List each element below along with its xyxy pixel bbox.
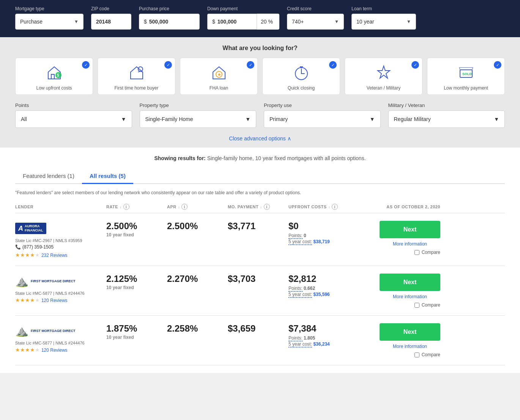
lender-row: A AURORAFINANCIAL State Lic #MC-2967 | N… (15, 213, 505, 266)
th-mo-payment-label: MO. PAYMENT (228, 204, 258, 209)
th-date-label: AS OF OCTOBER 2, 2020 (386, 204, 440, 209)
more-info-link-1[interactable]: More information (380, 294, 440, 299)
military-veteran-label: Military / Veteran (388, 102, 505, 108)
down-payment-label: Down payment (207, 6, 279, 11)
fha-label: FHA loan (186, 85, 251, 91)
property-use-label: Property use (264, 102, 381, 108)
property-use-value: Primary (269, 116, 288, 122)
th-lender-label: LENDER (15, 204, 33, 209)
close-advanced-options[interactable]: Close advanced options ∧ (15, 134, 505, 142)
purchase-price-label: Purchase price (139, 6, 200, 11)
action-cell-2: Next More information Compare (372, 323, 440, 357)
mo-info-icon[interactable]: i (264, 204, 270, 210)
option-card-fha[interactable]: ✓ ★ FHA loan (180, 58, 258, 95)
next-button-2[interactable]: Next (380, 323, 440, 341)
mortgage-type-chevron-icon: ▼ (74, 19, 79, 24)
mortgage-type-dropdown[interactable]: Purchase ▼ (15, 14, 84, 30)
option-card-quick-closing[interactable]: ✓ Quick closing (262, 58, 340, 95)
upfront-cell-0: $0 Points: 0 5 year cost: $38,719 (288, 221, 372, 244)
loan-term-value: 10 year (356, 19, 374, 25)
property-type-label: Property type (140, 102, 257, 108)
rate-value-1: 2.125% (106, 274, 167, 284)
option-card-first-time[interactable]: ✓ First time home buyer (98, 58, 175, 95)
property-use-field: Property use Primary ▼ (264, 102, 381, 128)
upfront-cell-1: $2,812 Points: 0.662 5 year cost: $35,59… (288, 274, 372, 297)
option-card-low-monthly[interactable]: ✓ SOLD Low monthly payment (427, 58, 505, 95)
military-veteran-dropdown[interactable]: Regular Military ▼ (388, 110, 505, 128)
lender-stars-1: ★★★★★ 120 Reviews (15, 297, 106, 303)
credit-score-dropdown[interactable]: 740+ ▼ (287, 14, 344, 30)
property-type-dropdown[interactable]: Single-Family Home ▼ (140, 110, 257, 128)
property-use-chevron-icon: ▼ (370, 116, 375, 122)
zip-code-input[interactable] (96, 19, 126, 25)
down-payment-pct: 20 % (257, 14, 279, 30)
apr-cell-1: 2.270% (167, 274, 228, 284)
compare-checkbox-0[interactable]: Compare (414, 250, 440, 255)
option-card-low-upfront[interactable]: ✓ $ Low upfront costs (15, 58, 93, 95)
purchase-price-field: Purchase price $ (139, 6, 200, 30)
rate-cell-2: 1.875% 10 year fixed (106, 323, 167, 340)
purchase-price-input[interactable] (149, 19, 191, 25)
featured-lenders-tab[interactable]: Featured lenders (1) (15, 169, 82, 184)
upfront-info-icon[interactable]: i (332, 204, 338, 210)
compare-input-1[interactable] (414, 303, 419, 308)
lender-logo-0: A AURORAFINANCIAL (15, 221, 106, 236)
down-payment-input[interactable] (217, 19, 252, 25)
compare-input-2[interactable] (414, 352, 419, 357)
loan-term-chevron-icon: ▼ (407, 19, 411, 24)
apr-info-icon[interactable]: i (181, 204, 188, 210)
loan-term-field: Loan term 10 year ▼ (351, 6, 416, 30)
all-results-tab[interactable]: All results (5) (82, 169, 133, 184)
zip-code-field: ZIP code (91, 6, 131, 30)
disclaimer-text: "Featured lenders" are select members of… (15, 190, 505, 195)
more-info-link-0[interactable]: More information (380, 241, 440, 247)
first-time-label: First time home buyer (104, 85, 169, 91)
table-header: LENDER RATE ↓ i APR ↓ i MO. PAYMENT ↓ i … (15, 201, 505, 213)
down-payment-pct-symbol: % (267, 19, 273, 25)
loan-term-dropdown[interactable]: 10 year ▼ (351, 14, 416, 30)
lender-phone: 📞 (877) 359-1505 (15, 244, 106, 250)
rate-value-2: 1.875% (106, 323, 167, 334)
th-upfront[interactable]: UPFRONT COSTS ↓ i (288, 204, 372, 210)
points-dropdown[interactable]: All ▼ (15, 110, 132, 128)
credit-score-field: Credit score 740+ ▼ (287, 6, 344, 30)
compare-checkbox-2[interactable]: Compare (414, 352, 440, 357)
apr-value-1: 2.270% (167, 274, 228, 284)
rate-info-icon[interactable]: i (123, 204, 129, 210)
quick-closing-icon (269, 63, 334, 82)
lender-info-0: A AURORAFINANCIAL State Lic #MC-2967 | N… (15, 221, 106, 258)
th-apr[interactable]: APR ↓ i (167, 204, 228, 210)
upfront-sort-icon: ↓ (328, 205, 331, 209)
mo-payment-cell-2: $3,659 (228, 323, 288, 334)
next-button-1[interactable]: Next (380, 274, 440, 291)
compare-input-0[interactable] (414, 250, 419, 255)
more-info-link-2[interactable]: More information (380, 344, 440, 349)
next-button-0[interactable]: Next (380, 221, 440, 238)
low-upfront-icon: $ (22, 63, 87, 82)
showing-results-prefix: Showing results for: (154, 155, 205, 161)
mortgage-type-field: Mortgage type Purchase ▼ (15, 6, 84, 30)
military-veteran-value: Regular Military (394, 116, 431, 122)
property-use-dropdown[interactable]: Primary ▼ (264, 110, 381, 128)
lender-stars-0: ★★★★★ 232 Reviews (15, 252, 106, 258)
check-badge-veteran: ✓ (411, 61, 419, 69)
loan-term-label: Loan term (351, 6, 416, 11)
purchase-price-wrapper: $ (139, 14, 200, 30)
review-count-1[interactable]: 120 Reviews (41, 298, 68, 303)
review-count-2[interactable]: 120 Reviews (41, 348, 68, 353)
rate-type-1: 10 year fixed (106, 285, 167, 290)
review-count-0[interactable]: 232 Reviews (41, 253, 68, 258)
apr-sort-icon: ↓ (178, 205, 180, 209)
th-mo-payment[interactable]: MO. PAYMENT ↓ i (228, 204, 288, 210)
th-rate[interactable]: RATE ↓ i (106, 204, 167, 210)
svg-text:$: $ (57, 73, 59, 77)
option-card-veteran[interactable]: ✓ Veteran / Military (345, 58, 422, 95)
action-cell-0: Next More information Compare (372, 221, 440, 255)
results-section: Showing results for: Single-family home,… (0, 148, 520, 373)
compare-checkbox-1[interactable]: Compare (414, 302, 440, 308)
lender-logo-2: ⛰️ FIRST MORTGAGE DIRECT (15, 323, 106, 338)
check-badge-low-upfront: ✓ (82, 61, 90, 69)
low-monthly-label: Low monthly payment (433, 85, 498, 91)
lender-row: ⛰️ FIRST MORTGAGE DIRECT State Lic #MC-5… (15, 316, 505, 365)
lender-info-2: ⛰️ FIRST MORTGAGE DIRECT State Lic #MC-5… (15, 323, 106, 353)
